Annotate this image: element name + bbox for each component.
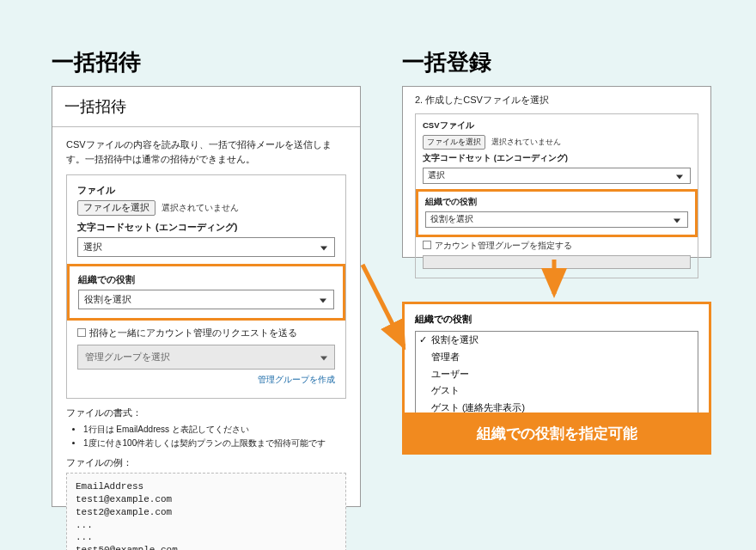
create-group-link[interactable]: 管理グループを作成 [77,374,335,386]
dropdown-option[interactable]: 管理者 [416,349,698,366]
request-checkbox[interactable] [77,328,86,337]
dropdown-option[interactable]: ユーザー [416,366,698,383]
group-checkbox-label: アカウント管理グループを指定する [435,241,572,250]
dropdown-title: 組織での役割 [415,313,698,326]
group-checkbox-row: アカウント管理グループを指定する [423,241,691,252]
file-example-label: ファイルの例： [66,457,346,469]
encoding-select-value: 選択 [83,241,102,252]
group-select-placeholder: 管理グループを選択 [85,351,170,362]
file-format-bullets: 1行目は EmailAddress と表記してください 1度に付き100件若しく… [83,423,346,450]
panel-body-right: 2. 作成したCSVファイルを選択 CSVファイル ファイルを選択 選択されてい… [403,87,710,289]
role-section-highlight: 組織での役割 役割を選択 [67,264,345,321]
dropdown-option[interactable]: 役割を選択 [416,332,698,349]
step-title: 2. 作成したCSVファイルを選択 [415,94,698,107]
request-checkbox-row: 招待と一緒にアカウント管理のリクエストを送る [77,327,335,339]
file-select-button[interactable]: ファイルを選択 [77,200,155,216]
bulk-invite-panel: 一括招待 CSVファイルの内容を読み取り、一括で招待メールを送信します。一括招待… [52,86,361,507]
encoding-label-right: 文字コードセット (エンコーディング) [423,153,691,164]
svg-line-0 [363,265,404,346]
role-select-right[interactable]: 役割を選択 [425,211,688,228]
role-select[interactable]: 役割を選択 [78,290,334,309]
csv-example: EmailAddress test1@example.com test2@exa… [66,473,346,550]
bulk-register-panel: 2. 作成したCSVファイルを選択 CSVファイル ファイルを選択 選択されてい… [402,86,711,258]
file-label: ファイル [77,184,335,197]
file-label-right: CSVファイル [423,120,691,131]
panel-title: 一括招待 [52,87,360,127]
encoding-label: 文字コードセット (エンコーディング) [77,221,335,234]
panel-body: CSVファイルの内容を読み取り、一括で招待メールを送信します。一括招待中は通常の… [52,127,360,550]
role-label-right: 組織での役割 [425,197,688,208]
file-format-label: ファイルの書式： [66,407,346,419]
group-select-right[interactable] [423,255,691,269]
bullet-item: 1度に付き100件若しくは契約プランの上限数まで招待可能です [83,437,346,450]
file-select-button-right[interactable]: ファイルを選択 [423,135,485,150]
encoding-select-value-right: 選択 [428,170,445,180]
encoding-select-right[interactable]: 選択 [423,168,691,184]
dropdown-option[interactable]: ゲスト [416,382,698,400]
request-checkbox-label: 招待と一緒にアカウント管理のリクエストを送る [89,327,297,338]
role-section-highlight-right: 組織での役割 役割を選択 [416,189,698,237]
no-file-text: 選択されていません [162,203,239,212]
form-section: ファイル ファイルを選択 選択されていません 文字コードセット (エンコーディン… [66,174,346,399]
panel-description: CSVファイルの内容を読み取り、一括で招待メールを送信します。一括招待中は通常の… [66,138,346,166]
role-label: 組織での役割 [78,273,334,286]
group-select[interactable]: 管理グループを選択 [77,345,335,370]
bullet-item: 1行目は EmailAddress と表記してください [83,423,346,437]
heading-bulk-invite: 一括招待 [52,47,141,77]
role-select-value: 役割を選択 [84,294,131,304]
group-checkbox[interactable] [423,241,431,249]
encoding-select[interactable]: 選択 [77,237,335,257]
heading-bulk-register: 一括登録 [402,47,491,77]
dropdown-list: 役割を選択 管理者 ユーザー ゲスト ゲスト (連絡先非表示) [415,331,698,418]
no-file-text-right: 選択されていません [491,138,561,146]
caption-bar: 組織での役割を指定可能 [402,412,711,455]
role-select-value-right: 役割を選択 [430,214,473,223]
form-section-right: CSVファイル ファイルを選択 選択されていません 文字コードセット (エンコー… [415,113,698,278]
